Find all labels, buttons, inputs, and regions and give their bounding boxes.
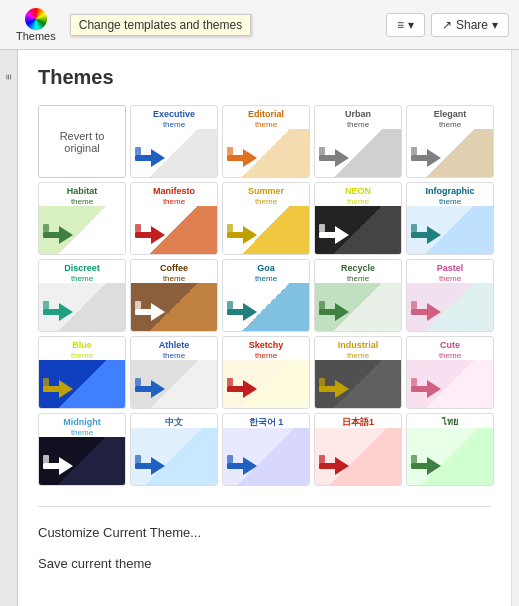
theme-label-text: Eleganttheme [432,106,469,129]
theme-label-text: Manifestotheme [151,183,197,206]
themes-button[interactable]: Themes [10,6,62,44]
svg-marker-13 [59,226,73,244]
themes-panel: Themes Revert to originalExecutivetheme … [18,50,511,606]
theme-label-text: Recycletheme [339,260,377,283]
svg-rect-42 [43,386,61,392]
theme-japanese[interactable]: 日本語1 [314,413,402,486]
svg-marker-22 [335,226,349,244]
svg-rect-32 [135,301,141,309]
theme-elegant[interactable]: Eleganttheme [406,105,494,178]
theme-editorial[interactable]: Editorialtheme [222,105,310,178]
theme-thai[interactable]: ไทย [406,413,494,486]
theme-label-text: Sketchytheme [247,337,286,360]
svg-rect-60 [135,463,153,469]
theme-revert[interactable]: Revert to original [38,105,126,178]
theme-midnight[interactable]: Midnighttheme [38,413,126,486]
theme-arrow-icon [43,455,75,481]
theme-arrow-icon [411,455,443,481]
svg-rect-15 [135,232,153,238]
theme-label-text: Goatheme [253,260,279,283]
svg-rect-29 [43,301,49,309]
svg-rect-12 [43,232,61,238]
theme-habitat[interactable]: Habitattheme [38,182,126,255]
svg-rect-33 [227,309,245,315]
svg-rect-44 [43,378,49,386]
theme-infographic[interactable]: Infographictheme [406,182,494,255]
svg-rect-51 [319,386,337,392]
theme-preview-area [315,129,401,177]
theme-arrow-icon [319,455,351,481]
share-button[interactable]: ↗ Share ▾ [431,13,509,37]
theme-sketchy[interactable]: Sketchytheme [222,336,310,409]
theme-arrow-icon [319,224,351,250]
theme-label-text: Executivetheme [151,106,197,129]
svg-rect-54 [411,386,429,392]
svg-marker-7 [335,149,349,167]
tooltip-text: Change templates and themes [79,18,242,32]
theme-preview-area [131,206,217,254]
svg-rect-30 [135,309,153,315]
svg-rect-3 [227,155,245,161]
theme-discreet[interactable]: Discreettheme [38,259,126,332]
svg-rect-27 [43,309,61,315]
theme-preview-area [131,428,217,485]
theme-label-text: 한국어 1 [247,414,286,428]
theme-arrow-icon [411,147,443,173]
theme-arrow-icon [227,301,259,327]
svg-marker-64 [243,457,257,475]
share-label: Share [456,18,488,32]
theme-arrow-icon [135,301,167,327]
svg-marker-19 [243,226,257,244]
svg-rect-47 [135,378,141,386]
svg-rect-39 [411,309,429,315]
svg-rect-8 [319,147,325,155]
svg-marker-49 [243,380,257,398]
theme-arrow-icon [135,455,167,481]
save-theme-link[interactable]: Save current theme [38,548,491,579]
theme-preview-area [407,283,493,331]
theme-goa[interactable]: Goatheme [222,259,310,332]
theme-manifesto[interactable]: Manifestotheme [130,182,218,255]
theme-blue[interactable]: Bluetheme [38,336,126,409]
share-icon: ↗ [442,18,452,32]
themes-grid: Revert to originalExecutivetheme Editori… [38,105,491,486]
theme-preview-area [407,129,493,177]
theme-pastel[interactable]: Pasteltheme [406,259,494,332]
svg-marker-28 [59,303,73,321]
theme-executive[interactable]: Executivetheme [130,105,218,178]
theme-label-text: Infographictheme [424,183,477,206]
theme-arrow-icon [319,301,351,327]
left-sidebar: ≡ [0,50,18,606]
theme-neon[interactable]: NEONtheme [314,182,402,255]
theme-preview-area [223,129,309,177]
theme-preview-area [39,206,125,254]
theme-preview-area [315,360,401,408]
svg-rect-24 [411,232,429,238]
theme-arrow-icon [135,224,167,250]
svg-rect-17 [135,224,141,232]
svg-rect-48 [227,386,245,392]
theme-preview-area [131,129,217,177]
theme-preview-area [407,360,493,408]
svg-rect-65 [227,455,233,463]
theme-chinese[interactable]: 中文 [130,413,218,486]
main-area: ≡ Themes Revert to originalExecutivethem… [0,50,519,606]
theme-preview-area [407,206,493,254]
hamburger-button[interactable]: ≡ ▾ [386,13,425,37]
customize-link[interactable]: Customize Current Theme... [38,517,491,548]
svg-rect-59 [43,455,49,463]
svg-rect-21 [319,232,337,238]
theme-urban[interactable]: Urbantheme [314,105,402,178]
theme-industrial[interactable]: Industrialtheme [314,336,402,409]
svg-rect-68 [319,455,325,463]
svg-marker-37 [335,303,349,321]
tooltip-box: Change templates and themes [70,14,251,36]
theme-cute[interactable]: Cutetheme [406,336,494,409]
theme-preview-area [131,283,217,331]
theme-summer[interactable]: Summertheme [222,182,310,255]
theme-recycle[interactable]: Recycletheme [314,259,402,332]
theme-coffee[interactable]: Coffeetheme [130,259,218,332]
svg-rect-45 [135,386,153,392]
theme-athlete[interactable]: Athletetheme [130,336,218,409]
theme-korean[interactable]: 한국어 1 [222,413,310,486]
